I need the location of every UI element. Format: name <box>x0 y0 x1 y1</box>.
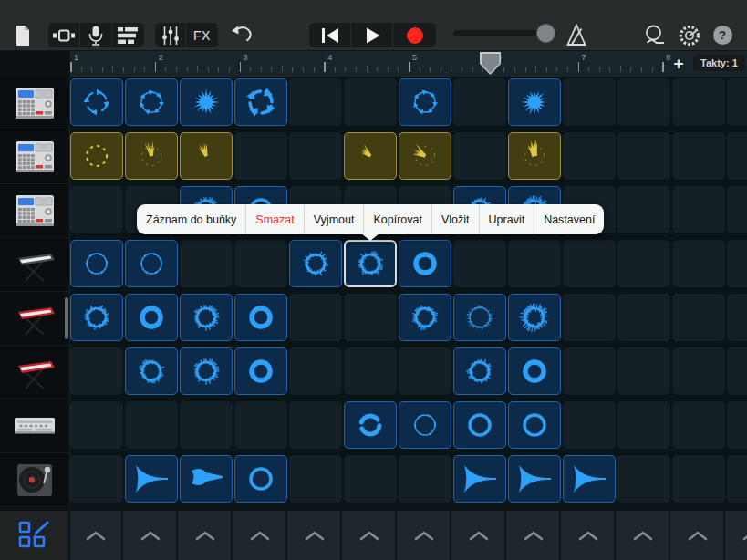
empty-cell-r4-c11[interactable] <box>617 240 670 287</box>
loop-cell-r6-c8[interactable] <box>453 347 506 395</box>
empty-cell-r7-c12[interactable] <box>672 401 725 449</box>
skip-to-start-button[interactable] <box>309 23 351 47</box>
loop-cell-r5-c1[interactable] <box>70 294 123 341</box>
empty-cell-r8-c13[interactable] <box>727 455 747 503</box>
track-icon-sampler[interactable] <box>0 399 69 453</box>
empty-cell-r6-c13[interactable] <box>727 347 747 395</box>
my-songs-button[interactable] <box>11 23 35 47</box>
column-trigger-8[interactable] <box>453 511 506 560</box>
column-trigger-7[interactable] <box>399 511 451 560</box>
empty-cell-r4-c9[interactable] <box>508 240 561 287</box>
empty-cell-r8-c11[interactable] <box>617 455 670 503</box>
loop-cell-r8-c8[interactable] <box>453 455 506 503</box>
empty-cell-r1-c6[interactable] <box>344 78 397 126</box>
empty-cell-r8-c6[interactable] <box>344 455 397 503</box>
loop-cell-r5-c9[interactable] <box>508 294 561 341</box>
column-trigger-4[interactable] <box>234 511 287 560</box>
record-button[interactable] <box>393 23 436 47</box>
mixer-button[interactable] <box>155 23 186 47</box>
loop-cell-r7-c6[interactable] <box>344 401 397 449</box>
loop-cell-r2-c3[interactable] <box>180 132 233 180</box>
menu-item-vyjmout[interactable]: Vyjmout <box>304 204 364 234</box>
empty-cell-r6-c10[interactable] <box>563 347 616 395</box>
empty-cell-r2-c4[interactable] <box>234 132 287 180</box>
loop-cell-r4-c5[interactable] <box>289 240 342 287</box>
track-icon-drum-machine[interactable] <box>0 77 69 130</box>
loop-cell-r5-c8[interactable] <box>453 294 506 341</box>
empty-cell-r7-c1[interactable] <box>70 401 123 449</box>
metronome-button[interactable] <box>564 23 589 47</box>
empty-cell-r8-c1[interactable] <box>70 455 123 503</box>
empty-cell-r4-c12[interactable] <box>672 240 725 287</box>
volume-slider-knob[interactable] <box>536 24 555 43</box>
column-trigger-9[interactable] <box>508 511 561 560</box>
column-trigger-6[interactable] <box>344 511 397 560</box>
empty-cell-r6-c7[interactable] <box>399 347 451 395</box>
empty-cell-r6-c11[interactable] <box>617 347 670 395</box>
loop-cell-r1-c7[interactable] <box>399 78 451 126</box>
empty-cell-r6-c5[interactable] <box>289 347 342 395</box>
loop-cell-r6-c3[interactable] <box>180 347 233 395</box>
loop-browser-button[interactable] <box>641 23 669 47</box>
microphone-button[interactable] <box>80 23 112 47</box>
track-icon-drum-machine[interactable] <box>0 130 69 184</box>
empty-cell-r7-c11[interactable] <box>617 401 670 449</box>
loop-cell-r4-c1[interactable] <box>70 240 123 287</box>
empty-cell-r1-c11[interactable] <box>617 78 670 126</box>
column-trigger-11[interactable] <box>617 511 670 560</box>
empty-cell-r3-c13[interactable] <box>727 186 747 233</box>
empty-cell-r2-c12[interactable] <box>672 132 725 180</box>
loop-cell-r5-c7[interactable] <box>399 294 451 341</box>
loop-cell-r1-c2[interactable] <box>125 78 178 126</box>
empty-cell-r5-c11[interactable] <box>617 294 670 341</box>
loop-cell-r5-c2[interactable] <box>125 294 178 341</box>
empty-cell-r2-c11[interactable] <box>617 132 670 180</box>
loop-cell-r4-c7[interactable] <box>399 240 451 287</box>
loop-cell-r6-c9[interactable] <box>508 347 561 395</box>
tracks-view-button[interactable] <box>112 23 144 47</box>
settings-button[interactable] <box>676 23 703 47</box>
track-icon-keyboard-red[interactable] <box>0 346 69 399</box>
empty-cell-r8-c7[interactable] <box>399 455 451 503</box>
empty-cell-r7-c10[interactable] <box>563 401 616 449</box>
column-trigger-3[interactable] <box>180 511 233 560</box>
track-icon-keyboard-red[interactable] <box>0 292 69 346</box>
empty-cell-r3-c11[interactable] <box>617 186 670 233</box>
loop-cell-r2-c7[interactable] <box>399 132 451 180</box>
loop-cell-r5-c4[interactable] <box>234 294 287 341</box>
empty-cell-r8-c5[interactable] <box>289 455 342 503</box>
loop-cell-r6-c4[interactable] <box>234 347 287 395</box>
undo-button[interactable] <box>227 23 253 47</box>
loop-cell-r2-c2[interactable] <box>125 132 178 180</box>
empty-cell-r3-c12[interactable] <box>672 186 725 233</box>
loop-cell-r1-c3[interactable] <box>180 78 233 126</box>
empty-cell-r4-c8[interactable] <box>453 240 506 287</box>
empty-cell-r5-c6[interactable] <box>344 294 397 341</box>
loop-cell-r8-c4[interactable] <box>234 455 287 503</box>
empty-cell-r2-c10[interactable] <box>563 132 616 180</box>
loop-cell-r6-c2[interactable] <box>125 347 178 395</box>
menu-item-smazat[interactable]: Smazat <box>245 204 303 234</box>
loop-cell-r2-c9[interactable] <box>508 132 561 180</box>
menu-item-kopirovat[interactable]: Kopírovat <box>363 204 431 234</box>
empty-cell-r8-c12[interactable] <box>672 455 725 503</box>
master-volume-slider[interactable] <box>453 30 556 36</box>
empty-cell-r6-c12[interactable] <box>672 347 725 395</box>
empty-cell-r5-c13[interactable] <box>727 294 747 341</box>
empty-cell-r6-c6[interactable] <box>344 347 397 395</box>
empty-cell-r1-c8[interactable] <box>453 78 506 126</box>
loop-cell-r5-c3[interactable] <box>180 294 233 341</box>
column-trigger-10[interactable] <box>563 511 616 560</box>
empty-cell-r5-c10[interactable] <box>563 294 616 341</box>
ruler[interactable]: + Takty: 1 12345678 <box>70 51 747 77</box>
add-loop-column-button[interactable]: + <box>668 51 690 77</box>
empty-cell-r2-c13[interactable] <box>727 132 747 180</box>
loop-cell-r8-c9[interactable] <box>508 455 561 503</box>
menu-item-upravit[interactable]: Upravit <box>479 204 534 234</box>
empty-cell-r7-c13[interactable] <box>727 401 747 449</box>
column-trigger-2[interactable] <box>125 511 178 560</box>
menu-item-vlozit[interactable]: Vložit <box>431 204 479 234</box>
column-trigger-12[interactable] <box>672 511 725 560</box>
play-button[interactable] <box>351 23 393 47</box>
loop-cell-r8-c2[interactable] <box>125 455 178 503</box>
